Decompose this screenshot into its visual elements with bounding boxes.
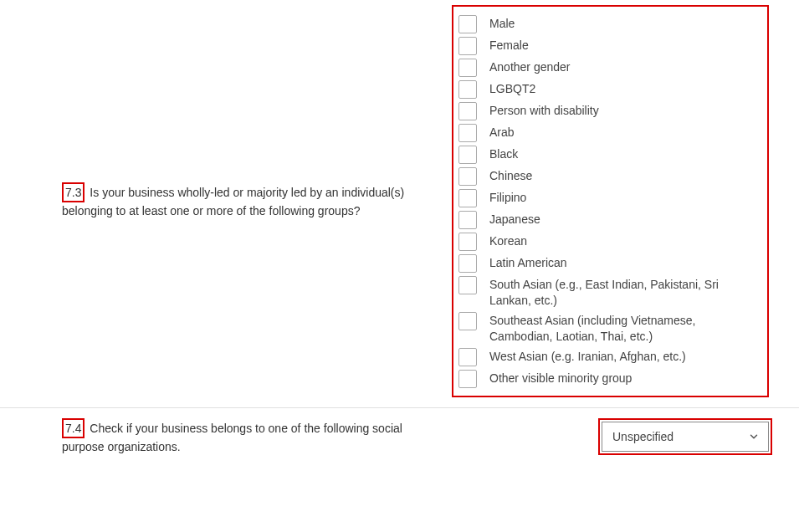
checkbox-label: Latin American (489, 253, 759, 271)
checkbox-label: Japanese (489, 210, 759, 228)
question-7-4-number: 7.4 (62, 418, 85, 438)
checkbox-label: Black (489, 145, 759, 162)
checkbox-row: Latin American (458, 253, 759, 273)
checkbox-label: Southeast Asian (including Vietnamese, C… (489, 311, 759, 345)
checkbox-label: Chinese (489, 166, 759, 184)
checkbox[interactable] (458, 167, 477, 186)
question-7-3-text: Is your business wholly-led or majority … (62, 186, 404, 217)
checkbox-label: Male (489, 14, 759, 32)
checkbox-label: LGBQT2 (489, 79, 759, 97)
checkbox[interactable] (458, 80, 477, 99)
question-7-3-number: 7.3 (62, 182, 85, 202)
checkbox[interactable] (458, 312, 477, 330)
question-7-4-cell: 7.4 Check if your business belongs to on… (0, 418, 452, 456)
checkbox[interactable] (458, 211, 477, 229)
select-value: Unspecified (612, 430, 674, 443)
checkbox-row: Black (458, 145, 759, 164)
checkbox-row: Arab (458, 123, 759, 142)
social-purpose-select[interactable]: Unspecified (602, 422, 769, 452)
checkbox[interactable] (458, 348, 477, 366)
checkbox-label: Korean (489, 232, 759, 249)
checkbox-row: Person with disability (458, 101, 759, 120)
checkbox[interactable] (458, 254, 477, 273)
checkbox[interactable] (458, 59, 477, 77)
checkbox-row: Another gender (458, 58, 759, 77)
checkbox-row: Southeast Asian (including Vietnamese, C… (458, 311, 759, 345)
checkbox[interactable] (458, 15, 477, 33)
checkbox-label: West Asian (e.g. Iranian, Afghan, etc.) (489, 347, 759, 365)
checkbox-row: Chinese (458, 166, 759, 186)
checkbox-row: Filipino (458, 188, 759, 207)
checkbox[interactable] (458, 124, 477, 142)
question-7-4-answers: Unspecified (452, 422, 799, 452)
question-7-3-row: 7.3 Is your business wholly-led or major… (0, 0, 799, 402)
chevron-down-icon (748, 431, 760, 442)
checkbox-row: West Asian (e.g. Iranian, Afghan, etc.) (458, 347, 759, 366)
checkbox[interactable] (458, 102, 477, 120)
checkbox-row: LGBQT2 (458, 79, 759, 99)
checkbox[interactable] (458, 233, 477, 251)
checkbox-label: South Asian (e.g., East Indian, Pakistan… (489, 275, 759, 309)
checkbox-row: South Asian (e.g., East Indian, Pakistan… (458, 275, 759, 309)
checkbox-label: Person with disability (489, 101, 759, 119)
checkbox-label: Filipino (489, 188, 759, 206)
checkbox-label: Female (489, 36, 759, 54)
checkbox[interactable] (458, 276, 477, 294)
select-wrap-7-4: Unspecified (452, 422, 769, 452)
checkbox-label: Arab (489, 123, 759, 141)
question-7-4-row: 7.4 Check if your business belongs to on… (0, 407, 799, 461)
checkbox[interactable] (458, 189, 477, 207)
checkbox[interactable] (458, 370, 477, 388)
checkbox-row: Male (458, 14, 759, 33)
checkbox-row: Female (458, 36, 759, 55)
question-7-3-cell: 7.3 Is your business wholly-led or major… (0, 182, 452, 220)
checkbox-row: Korean (458, 232, 759, 251)
checkbox-group-7-3: MaleFemaleAnother genderLGBQT2Person wit… (452, 5, 769, 397)
checkbox-row: Other visible minority group (458, 369, 759, 388)
checkbox-label: Other visible minority group (489, 369, 759, 386)
checkbox[interactable] (458, 37, 477, 55)
question-7-4-text: Check if your business belongs to one of… (62, 422, 402, 453)
checkbox-row: Japanese (458, 210, 759, 229)
checkbox-label: Another gender (489, 58, 759, 75)
checkbox[interactable] (458, 146, 477, 164)
question-7-3-answers: MaleFemaleAnother genderLGBQT2Person wit… (452, 5, 799, 397)
